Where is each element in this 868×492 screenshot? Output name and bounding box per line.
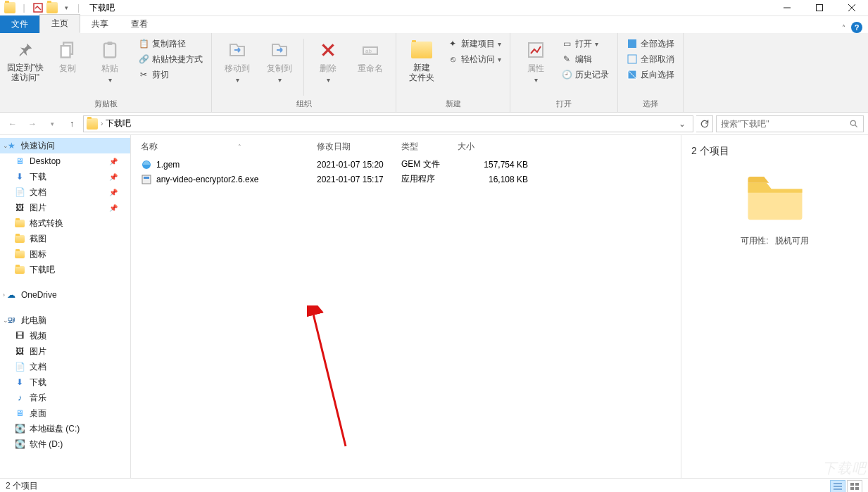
ribbon-tabs: 文件 主页 共享 查看 ˄ ? (0, 16, 868, 33)
select-none-button[interactable]: 全部取消 (624, 51, 677, 67)
desktop-icon: 🖥 (14, 156, 25, 167)
music-icon: ♪ (14, 392, 25, 403)
open-button[interactable]: ▭打开▾ (558, 36, 612, 51)
move-to-button[interactable]: 移动到▾ (218, 36, 257, 84)
expand-icon: › (3, 291, 5, 298)
address-dropdown-icon[interactable]: ⌄ (674, 119, 690, 129)
column-headers[interactable]: 名称˄ 修改日期 类型 大小 (131, 135, 681, 157)
pin-icon: 📌 (109, 189, 118, 196)
col-size[interactable]: 大小 (458, 141, 528, 153)
refresh-button[interactable] (696, 115, 713, 132)
tab-home[interactable]: 主页 (39, 14, 80, 33)
paste-icon (99, 39, 121, 61)
nav-videos[interactable]: 🎞视频 (0, 328, 130, 343)
folder-icon (14, 233, 25, 244)
nav-documents[interactable]: 📄文档📌 (0, 184, 130, 200)
maximize-button[interactable] (803, 0, 836, 16)
nav-ddrive[interactable]: 💽软件 (D:) (0, 436, 130, 452)
nav-xzb[interactable]: 下载吧 (0, 262, 130, 277)
paste-shortcut-button[interactable]: 🔗粘贴快捷方式 (135, 51, 206, 67)
file-type: 应用程序 (401, 173, 458, 185)
minimize-button[interactable] (771, 0, 803, 16)
nav-icons[interactable]: 图标 (0, 246, 130, 262)
qat-properties-icon[interactable] (32, 2, 44, 13)
video-icon: 🎞 (14, 330, 25, 341)
nav-this-pc[interactable]: ⌄🖳此电脑 (0, 313, 130, 328)
nav-pictures[interactable]: 🖼图片📌 (0, 200, 130, 215)
qat-dropdown-icon[interactable]: ▾ (61, 2, 72, 13)
search-box[interactable] (716, 115, 864, 132)
move-to-icon (226, 39, 249, 61)
tab-file[interactable]: 文件 (0, 15, 39, 33)
group-open-label: 打开 (516, 99, 612, 111)
rename-label: 重命名 (358, 63, 383, 75)
qat-folder-icon[interactable] (46, 2, 58, 13)
file-row[interactable]: any-video-encryptor2.6.exe 2021-01-07 15… (131, 172, 681, 187)
nav-desktop2[interactable]: 🖥桌面 (0, 405, 130, 421)
nav-documents2[interactable]: 📄文档 (0, 359, 130, 374)
col-type[interactable]: 类型 (401, 141, 458, 153)
nav-format[interactable]: 格式转换 (0, 215, 130, 231)
nav-onedrive[interactable]: ›☁OneDrive (0, 287, 130, 303)
tab-share[interactable]: 共享 (80, 15, 120, 33)
file-date: 2021-01-07 15:20 (317, 160, 401, 170)
nav-downloads2[interactable]: ⬇下载 (0, 374, 130, 390)
delete-button[interactable]: 删除▾ (308, 36, 348, 84)
recent-dropdown[interactable]: ▾ (44, 115, 61, 132)
svg-rect-6 (61, 46, 70, 57)
col-name[interactable]: 名称˄ (141, 141, 317, 153)
easy-access-button[interactable]: ⎋轻松访问▾ (444, 51, 504, 67)
history-button[interactable]: 🕘历史记录 (558, 67, 612, 82)
breadcrumb[interactable]: 下载吧 (106, 118, 131, 130)
file-list-area[interactable]: 名称˄ 修改日期 类型 大小 1.gem 2021-01-07 15:20 GE… (131, 135, 681, 478)
tab-view[interactable]: 查看 (120, 15, 159, 33)
close-button[interactable] (836, 0, 868, 16)
paste-shortcut-icon: 🔗 (138, 53, 149, 65)
nav-downloads[interactable]: ⬇下载📌 (0, 169, 130, 184)
qat-separator: | (18, 2, 30, 13)
col-date[interactable]: 修改日期 (317, 141, 401, 153)
invert-selection-button[interactable]: 反向选择 (624, 67, 677, 82)
paste-button[interactable]: 粘贴 ▾ (90, 36, 130, 84)
item-count: 2 个项目 (691, 145, 729, 158)
folder-preview-icon (744, 172, 806, 221)
help-icon[interactable]: ? (851, 22, 862, 33)
search-input[interactable] (721, 119, 849, 129)
edit-button[interactable]: ✎编辑 (558, 51, 612, 67)
nav-quick-access[interactable]: ⌄★快速访问 (0, 138, 130, 153)
view-large-icons-button[interactable] (847, 480, 862, 493)
annotation-arrow (307, 305, 363, 453)
navigation-pane[interactable]: ⌄★快速访问 🖥Desktop📌 ⬇下载📌 📄文档📌 🖼图片📌 格式转换 截图 … (0, 135, 131, 478)
copy-path-button[interactable]: 📋复制路径 (135, 36, 206, 51)
forward-button[interactable]: → (24, 115, 41, 132)
copy-button[interactable]: 复制 (48, 36, 87, 75)
edit-label: 编辑 (575, 53, 592, 65)
rename-button[interactable]: ab 重命名 (351, 36, 390, 75)
svg-line-17 (855, 125, 857, 127)
status-bar: 2 个项目 (0, 478, 868, 492)
svg-point-16 (850, 120, 855, 125)
file-row[interactable]: 1.gem 2021-01-07 15:20 GEM 文件 157,754 KB (131, 157, 681, 172)
new-folder-button[interactable]: 新建 文件夹 (402, 36, 441, 83)
address-bar[interactable]: › 下载吧 ⌄ (83, 115, 693, 132)
ribbon-collapse-icon[interactable]: ˄ (842, 24, 845, 32)
nav-music[interactable]: ♪音乐 (0, 390, 130, 405)
cut-button[interactable]: ✂剪切 (135, 67, 206, 82)
easy-access-icon: ⎋ (447, 53, 458, 65)
properties-button[interactable]: 属性▾ (516, 36, 555, 84)
copy-path-label: 复制路径 (152, 38, 186, 50)
back-button[interactable]: ← (4, 115, 21, 132)
pin-to-quick-button[interactable]: 固定到"快 速访问" (6, 36, 45, 83)
view-details-button[interactable] (830, 480, 845, 493)
nav-pictures2[interactable]: 🖼图片 (0, 343, 130, 359)
nav-screenshot[interactable]: 截图 (0, 231, 130, 246)
pin-icon: 📌 (109, 204, 118, 212)
folder-icon (14, 217, 25, 229)
new-item-button[interactable]: ✦新建项目▾ (444, 36, 504, 51)
history-label: 历史记录 (575, 69, 609, 81)
nav-cdrive[interactable]: 💽本地磁盘 (C:) (0, 421, 130, 436)
copy-to-button[interactable]: 复制到▾ (260, 36, 299, 84)
nav-desktop[interactable]: 🖥Desktop📌 (0, 153, 130, 169)
up-button[interactable]: ↑ (63, 115, 80, 132)
select-all-button[interactable]: 全部选择 (624, 36, 677, 51)
